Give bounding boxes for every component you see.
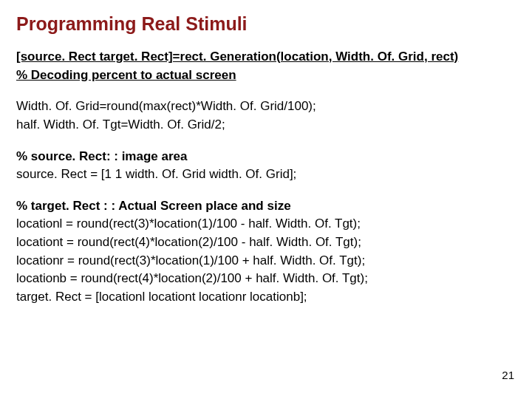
source-rect-assign: source. Rect = [1 1 width. Of. Grid widt… bbox=[16, 166, 516, 184]
half-width-assign: half. Width. Of. Tgt=Width. Of. Grid/2; bbox=[16, 116, 516, 134]
width-of-grid-assign: Width. Of. Grid=round(max(rect)*Width. O… bbox=[16, 98, 516, 116]
location-r: locationr = round(rect(3)*location(1)/10… bbox=[16, 252, 516, 270]
source-rect-header: % source. Rect: : image area bbox=[16, 148, 516, 166]
location-t: locationt = round(rect(4)*location(2)/10… bbox=[16, 233, 516, 252]
target-rect-assign: target. Rect = [locationl locationt loca… bbox=[16, 288, 516, 307]
location-b: locationb = round(rect(4)*location(2)/10… bbox=[16, 270, 516, 288]
function-signature: [source. Rect target. Rect]=rect. Genera… bbox=[16, 48, 516, 66]
decode-comment: % Decoding percent to actual screen bbox=[16, 66, 516, 85]
target-rect-header: % target. Rect : : Actual Screen place a… bbox=[16, 197, 516, 216]
location-l: locationl = round(rect(3)*location(1)/10… bbox=[16, 215, 516, 233]
page-number: 21 bbox=[502, 369, 514, 381]
slide-title: Programming Real Stimuli bbox=[16, 13, 516, 35]
